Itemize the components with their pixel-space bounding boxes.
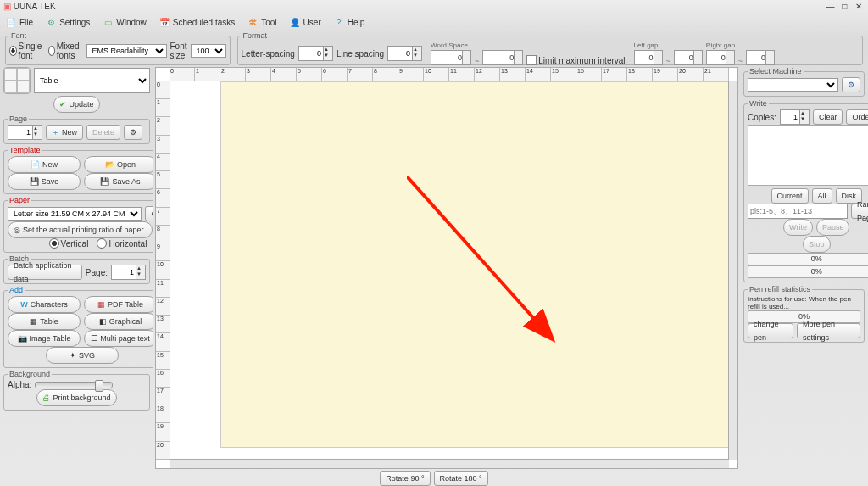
font-size-select[interactable]: 100.0	[191, 44, 226, 58]
limit-interval-checkbox[interactable]: Limit maximum interval	[526, 55, 625, 65]
add-svg-button[interactable]: ✦SVG	[46, 347, 119, 364]
paper-config-button[interactable]: ⚙	[145, 206, 153, 221]
single-font-radio[interactable]: Single font	[9, 42, 45, 60]
maximize-button[interactable]: □	[838, 0, 850, 13]
machine-select[interactable]	[748, 78, 838, 92]
add-image-table-button[interactable]: 📷Image Table	[8, 330, 81, 347]
line-spacing-label: Line spacing	[337, 49, 384, 59]
menu-bar: 📄File ⚙Settings ▭Window 📅Scheduled tasks…	[0, 13, 868, 31]
close-button[interactable]: ✕	[853, 0, 865, 13]
orientation-horizontal-radio[interactable]: Horizontal	[97, 238, 147, 249]
table-icon: ▦	[30, 315, 37, 328]
right-gap-min[interactable]: 0	[706, 50, 735, 65]
left-panel: Table ✔Update Page ▲▼ ＋New Delete ⚙ Temp…	[0, 65, 153, 471]
order-button[interactable]: Order	[846, 109, 868, 125]
right-gap-label: Right gap	[706, 42, 775, 49]
word-space-inputs: 0~ 0	[431, 50, 523, 65]
window-icon: ▭	[102, 16, 114, 28]
plus-icon: ＋	[52, 126, 59, 139]
gear-small-icon: ⚙	[130, 126, 136, 139]
update-button[interactable]: ✔Update	[53, 96, 99, 113]
menu-tool[interactable]: 🛠Tool	[247, 16, 276, 28]
right-gap-max[interactable]: 0	[746, 50, 775, 65]
app-title: UUNA TEK	[14, 2, 56, 11]
menu-user[interactable]: 👤User	[289, 16, 321, 28]
copies-spinner[interactable]: ▲▼	[780, 109, 810, 125]
clear-button[interactable]: Clear	[813, 109, 843, 125]
horizontal-scrollbar[interactable]	[170, 459, 729, 468]
word-space-min[interactable]: 0	[431, 50, 471, 65]
svg-icon: ✦	[70, 349, 76, 362]
range-page-button[interactable]: Range Page	[851, 204, 868, 219]
menu-scheduled[interactable]: 📅Scheduled tasks	[159, 16, 235, 28]
format-group: Format Letter-spacing ▲▼ Line spacing ▲▼…	[237, 31, 863, 65]
template-save-button[interactable]: 💾Save	[8, 173, 81, 190]
change-pen-button[interactable]: change pen	[748, 323, 793, 338]
tab-all[interactable]: All	[812, 188, 832, 204]
page-settings-button[interactable]: ⚙	[124, 125, 142, 140]
left-gap-min[interactable]: 0	[634, 50, 663, 65]
add-table-button[interactable]: ▦Table	[8, 313, 81, 330]
more-pen-settings-button[interactable]: More pen settings	[797, 323, 860, 338]
paper-group: Paper Letter size 21.59 CM x 27.94 CM⚙🔒 …	[3, 196, 153, 253]
write-button[interactable]: Write	[783, 219, 813, 236]
menu-file[interactable]: 📄File	[5, 16, 33, 28]
menu-window[interactable]: ▭Window	[102, 16, 147, 28]
pen-instructions-text: Instructions for use: When the pen refil…	[748, 295, 860, 310]
pdf-icon: ▦	[97, 298, 105, 311]
menu-settings[interactable]: ⚙Settings	[45, 16, 90, 28]
word-space-max[interactable]: 0	[482, 50, 523, 65]
camera-icon: 📷	[18, 332, 27, 345]
page-spinner[interactable]: ▲▼	[8, 125, 42, 140]
rotate-180-button[interactable]: Rotate 180 °	[434, 471, 488, 486]
range-page-input[interactable]	[748, 204, 848, 219]
slider-thumb[interactable]	[95, 380, 103, 392]
page-delete-button[interactable]: Delete	[86, 125, 120, 140]
minimize-button[interactable]: —	[824, 0, 836, 13]
add-graphical-button[interactable]: ◧Graphical	[84, 313, 153, 330]
paper-legend: Paper	[8, 196, 31, 204]
line-spacing-spinner[interactable]: ▲▼	[387, 46, 422, 61]
add-pdf-table-button[interactable]: ▦PDF Table	[84, 296, 153, 313]
menu-help[interactable]: ?Help	[333, 16, 365, 28]
set-print-ratio-button[interactable]: ◎Set the actual printing ratio of paper	[8, 221, 153, 238]
letter-spacing-spinner[interactable]: ▲▼	[298, 46, 333, 61]
table-mode-icon	[3, 67, 31, 94]
format-legend: Format	[242, 31, 270, 40]
app-icon: ▣	[3, 2, 11, 11]
folder-icon: 📂	[105, 158, 114, 171]
calendar-icon: 📅	[159, 16, 170, 28]
add-multipage-button[interactable]: ☰Multi page text	[84, 330, 153, 347]
letter-spacing-label: Letter-spacing	[242, 49, 295, 59]
template-save-as-button[interactable]: 💾Save As	[84, 173, 153, 190]
write-group: Write Copies:▲▼ClearOrder CurrentAllDisk…	[743, 99, 868, 282]
font-family-select[interactable]: EMS Readability (20...	[86, 44, 167, 58]
print-background-button[interactable]: 🖨Print background	[36, 389, 116, 406]
template-open-button[interactable]: 📂Open	[84, 156, 153, 173]
pause-button[interactable]: Pause	[816, 219, 850, 236]
batch-page-label: Page:	[86, 268, 108, 277]
alpha-slider[interactable]	[35, 382, 113, 388]
multipage-icon: ☰	[91, 332, 97, 345]
vertical-scrollbar[interactable]	[728, 81, 737, 460]
canvas-viewport[interactable]	[170, 81, 729, 460]
table-mode-select[interactable]: Table	[34, 68, 150, 93]
template-group: Template 📄New📂Open 💾Save💾Save As	[3, 146, 153, 194]
mixed-fonts-radio[interactable]: Mixed fonts	[48, 42, 83, 60]
left-gap-max[interactable]: 0	[674, 50, 703, 65]
template-legend: Template	[8, 146, 42, 154]
orientation-vertical-radio[interactable]: Vertical	[49, 238, 89, 249]
machine-settings-button[interactable]: ⚙	[842, 77, 860, 92]
font-legend: Font	[9, 31, 28, 40]
page-new-button[interactable]: ＋New	[46, 125, 83, 140]
paper-size-select[interactable]: Letter size 21.59 CM x 27.94 CM	[8, 207, 142, 221]
add-characters-button[interactable]: WCharacters	[8, 296, 81, 313]
word-space-label: Word Space	[431, 42, 523, 49]
add-legend: Add	[8, 286, 25, 294]
template-new-button[interactable]: 📄New	[8, 156, 81, 173]
stop-button[interactable]: Stop	[803, 236, 831, 253]
rotate-90-button[interactable]: Rotate 90 °	[380, 471, 430, 486]
tab-current[interactable]: Current	[771, 188, 809, 204]
batch-apply-button[interactable]: Batch application data	[8, 265, 82, 280]
batch-page-spinner[interactable]: ▲▼	[111, 265, 146, 280]
